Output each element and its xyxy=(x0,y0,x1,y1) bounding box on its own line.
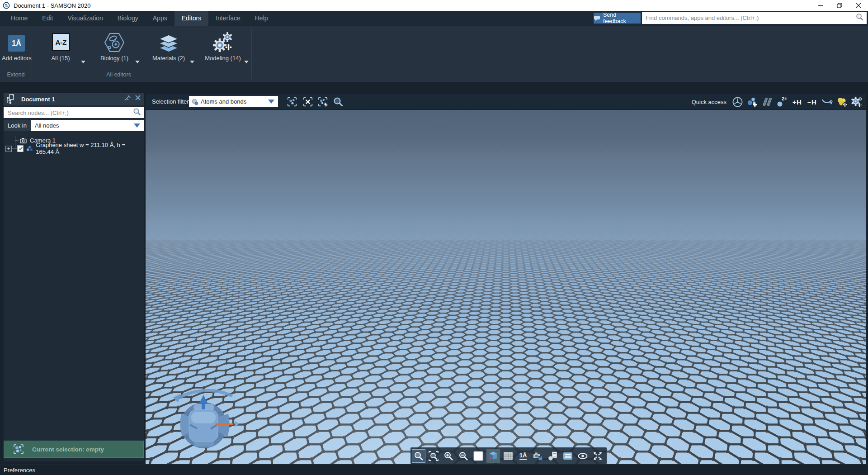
node-search-icon[interactable] xyxy=(133,108,141,118)
quick-access-toolbar: Quick access 2+ +H −H xyxy=(692,94,863,109)
menu-item-help[interactable]: Help xyxy=(248,11,275,26)
select-all-button[interactable] xyxy=(286,95,298,108)
chevron-down-icon xyxy=(268,100,274,104)
close-panel-icon[interactable] xyxy=(135,95,141,104)
viewport-3d[interactable]: 1Å xyxy=(146,109,866,464)
add-bonds-icon[interactable] xyxy=(761,95,773,108)
editor-settings-icon[interactable] xyxy=(851,95,863,108)
charge-label: 2+ xyxy=(782,96,788,101)
category-materials-dropdown-arrow[interactable] xyxy=(187,57,198,66)
zoom-out-button[interactable] xyxy=(457,449,470,463)
document-tree-icon xyxy=(6,94,16,104)
zoom-tool-button[interactable] xyxy=(412,449,425,463)
group-label-all-editors: All editors xyxy=(32,71,206,78)
orientation-cube-button[interactable] xyxy=(486,449,500,463)
add-editors-icon: 1Å xyxy=(8,35,25,52)
category-all-button[interactable]: A-Z All (15) xyxy=(39,26,82,69)
find-selection-button[interactable] xyxy=(332,95,344,108)
command-search-box xyxy=(642,12,867,24)
group-label-extend: Extend xyxy=(0,71,32,78)
selection-filter-value: Atoms and bonds xyxy=(201,98,246,105)
chevron-down-icon xyxy=(134,124,140,128)
menu-item-editors[interactable]: Editors xyxy=(175,11,209,26)
viewport: Selection filter Atoms and bonds xyxy=(146,94,866,464)
distance-haze xyxy=(146,110,866,464)
node-search-box xyxy=(4,107,144,118)
zoom-region-button[interactable] xyxy=(427,449,440,463)
menu-item-home[interactable]: Home xyxy=(4,11,35,26)
statusbar-text: Preferences xyxy=(4,467,35,474)
command-search-input[interactable] xyxy=(642,12,856,24)
viewport-toolbar: 1Å xyxy=(410,447,607,464)
expand-selection-button[interactable] xyxy=(316,95,329,108)
scale-ruler-button[interactable]: 1Å xyxy=(516,449,530,463)
selection-filter-dropdown[interactable]: Atoms and bonds xyxy=(189,96,278,107)
molecule-icon xyxy=(26,145,33,152)
selection-filter-label: Selection filter xyxy=(152,94,189,109)
look-in-label: Look in xyxy=(4,120,31,131)
category-modeling-button[interactable]: Modeling (14) xyxy=(201,26,245,69)
statusbar: Preferences xyxy=(0,465,868,475)
samson-window: Document 1 - SAMSON 2020 Home Edit Visua… xyxy=(0,0,868,475)
search-icon xyxy=(856,13,863,23)
restore-button[interactable] xyxy=(830,0,849,11)
viewport-topbar: Selection filter Atoms and bonds xyxy=(146,94,866,109)
tree-item-graphene-sheet[interactable]: + Graphene sheet w = 211.10 Å, h = 165.4… xyxy=(4,144,144,152)
periodic-table-icon[interactable] xyxy=(731,95,743,108)
document-panel-header[interactable]: Document 1 xyxy=(4,93,144,105)
node-search-input[interactable] xyxy=(4,107,133,118)
labels-button[interactable] xyxy=(546,449,560,463)
close-button[interactable] xyxy=(849,0,868,11)
menu-item-interface[interactable]: Interface xyxy=(208,11,247,26)
pin-panel-icon[interactable] xyxy=(124,95,131,104)
current-selection-bar[interactable]: Current selection: empty xyxy=(4,441,144,458)
visibility-eye-button[interactable] xyxy=(576,449,590,463)
titlebar: Document 1 - SAMSON 2020 xyxy=(0,0,868,11)
atoms-bonds-icon xyxy=(191,98,199,106)
set-charge-icon[interactable]: 2+ xyxy=(776,95,788,108)
add-atoms-icon[interactable] xyxy=(746,95,758,108)
menu-item-apps[interactable]: Apps xyxy=(146,11,175,26)
grid-plane-button[interactable] xyxy=(501,449,515,463)
minimize-energy-icon[interactable] xyxy=(821,95,833,108)
selection-status-text: Current selection: empty xyxy=(32,446,104,453)
category-materials-button[interactable]: Materials (2) xyxy=(147,26,190,69)
modeling-gears-icon xyxy=(212,32,234,55)
speech-bubble-icon xyxy=(594,15,600,21)
camera-icon xyxy=(20,138,27,143)
menu-item-visualization[interactable]: Visualization xyxy=(60,11,110,26)
samson-logo-icon xyxy=(3,2,10,9)
look-in-row: Look in All nodes xyxy=(4,120,144,131)
category-biology-dropdown-arrow[interactable] xyxy=(132,57,143,66)
deselect-all-button[interactable] xyxy=(302,95,314,108)
panel-title: Document 1 xyxy=(21,96,55,103)
fullscreen-button[interactable] xyxy=(591,449,604,463)
window-title: Document 1 - SAMSON 2020 xyxy=(14,2,91,9)
category-all-dropdown-arrow[interactable] xyxy=(78,57,89,66)
document-panel: Document 1 Look in All nodes xyxy=(4,93,144,461)
ribbon: 1Å Add editors A-Z All (15) Biology (1) … xyxy=(0,26,868,82)
add-hydrogens-button[interactable]: +H xyxy=(791,95,803,108)
look-in-dropdown[interactable]: All nodes xyxy=(31,120,144,131)
materials-layers-icon xyxy=(158,34,179,55)
zoom-in-button[interactable] xyxy=(442,449,455,463)
navigation-gizmo[interactable] xyxy=(172,381,240,450)
category-modeling-dropdown-arrow[interactable] xyxy=(241,57,252,66)
expand-node-icon[interactable]: + xyxy=(5,146,12,152)
visibility-checkbox[interactable] xyxy=(17,145,24,152)
selection-brackets-icon xyxy=(12,443,25,456)
menu-item-edit[interactable]: Edit xyxy=(35,11,60,26)
minimize-button[interactable] xyxy=(811,0,830,11)
fog-button[interactable] xyxy=(561,449,575,463)
save-snapshot-button[interactable] xyxy=(531,449,545,463)
add-editors-label: Add editors xyxy=(0,55,33,62)
add-editors-button[interactable]: 1Å Add editors xyxy=(0,26,33,69)
remove-hydrogens-button[interactable]: −H xyxy=(806,95,818,108)
menu-item-biology[interactable]: Biology xyxy=(110,11,146,26)
biology-cell-icon xyxy=(104,32,125,55)
category-biology-button[interactable]: Biology (1) xyxy=(93,26,136,69)
background-color-button[interactable] xyxy=(472,449,485,463)
send-feedback-button[interactable]: Send feedback xyxy=(594,13,641,24)
ribbon-separator xyxy=(251,28,252,79)
add-group-icon[interactable] xyxy=(836,95,848,108)
